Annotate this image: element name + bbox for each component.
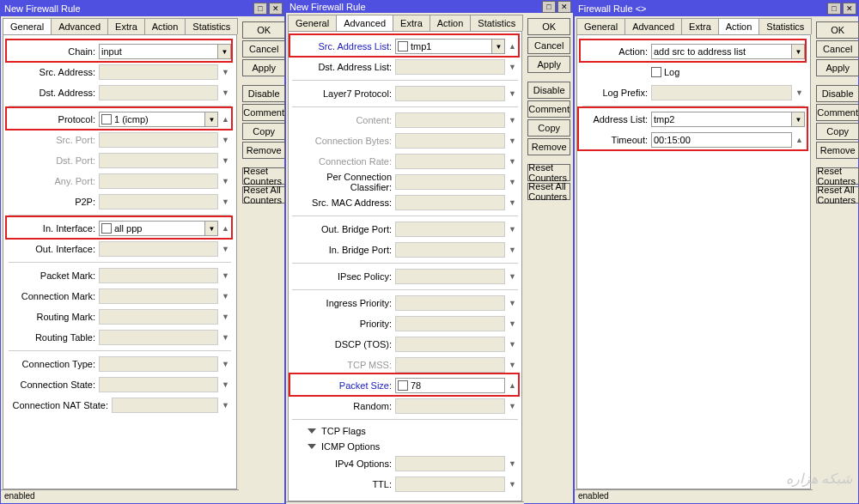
p2p-field[interactable] [99,194,218,209]
comment-button[interactable]: Comment [242,104,285,121]
reset-all-counters-button[interactable]: Reset All Counters [242,186,285,203]
expand-icon[interactable]: ▼ [219,173,231,189]
conn-rate-field[interactable] [395,154,505,169]
connection-state-field[interactable] [99,377,218,392]
collapse-icon[interactable]: ▲ [506,378,518,393]
copy-button[interactable]: Copy [527,119,570,137]
content-field[interactable] [395,112,505,128]
expand-icon[interactable]: ▼ [219,85,231,100]
conn-bytes-field[interactable] [395,133,505,149]
address-list-field[interactable]: tmp2 [651,112,792,127]
tab-statistics[interactable]: Statistics [185,18,238,34]
expand-icon[interactable]: ▼ [506,242,518,258]
icmp-options-expander[interactable]: ICMP Options [292,439,518,454]
ok-button[interactable]: OK [242,21,285,39]
cancel-button[interactable]: Cancel [816,40,859,58]
collapse-icon[interactable]: ▲ [506,39,518,54]
expand-icon[interactable]: ▼ [219,268,231,283]
src-al-invert-checkbox[interactable] [398,41,408,52]
expand-icon[interactable]: ▼ [219,398,231,413]
packet-mark-field[interactable] [99,268,218,283]
protocol-field[interactable]: 1 (icmp) [99,112,205,127]
expand-icon[interactable]: ▼ [506,398,518,414]
expand-icon[interactable]: ▼ [506,477,518,492]
chain-field[interactable]: input [99,44,218,59]
in-bridge-field[interactable] [395,242,505,258]
protocol-dropdown[interactable]: ▼ [204,112,218,127]
apply-button[interactable]: Apply [242,59,285,76]
pcc-field[interactable] [395,174,505,190]
tab-action[interactable]: Action [430,15,472,31]
expand-icon[interactable]: ▼ [219,132,231,148]
log-checkbox[interactable] [651,67,661,77]
tab-general[interactable]: General [3,18,52,34]
expand-icon[interactable]: ▼ [219,356,231,372]
expand-icon[interactable]: ▼ [219,377,231,392]
packet-size-field[interactable]: 78 [395,378,505,393]
expand-icon[interactable]: ▼ [506,357,518,373]
expand-icon[interactable]: ▼ [506,316,518,331]
src-address-field[interactable] [99,64,218,80]
expand-icon[interactable]: ▼ [793,85,805,100]
connection-mark-field[interactable] [99,288,218,304]
routing-table-field[interactable] [99,330,218,345]
reset-counters-button[interactable]: Reset Counters [242,167,285,185]
src-al-dropdown[interactable]: ▼ [491,39,505,54]
expand-icon[interactable]: ▼ [506,59,518,75]
tab-action[interactable]: Action [144,18,186,34]
tab-statistics[interactable]: Statistics [470,15,523,31]
remove-button[interactable]: Remove [816,142,859,159]
disable-button[interactable]: Disable [527,82,570,99]
minimize-button[interactable]: □ [253,3,267,15]
random-field[interactable] [395,398,505,414]
reset-counters-button[interactable]: Reset Counters [527,164,570,181]
minimize-button[interactable]: □ [827,3,841,15]
copy-button[interactable]: Copy [242,123,285,140]
tab-extra[interactable]: Extra [393,15,430,31]
address-list-dropdown[interactable]: ▼ [791,112,805,127]
in-interface-dropdown[interactable]: ▼ [204,221,218,236]
comment-button[interactable]: Comment [527,100,570,118]
in-interface-field[interactable]: all ppp [99,221,205,236]
remove-button[interactable]: Remove [242,142,285,159]
expand-icon[interactable]: ▼ [219,288,231,304]
collapse-icon[interactable]: ▲ [793,132,805,148]
chain-dropdown[interactable]: ▼ [217,44,231,59]
close-button[interactable]: ✕ [269,3,283,15]
expand-icon[interactable]: ▼ [219,330,231,345]
ttl-field[interactable] [395,477,505,492]
expand-icon[interactable]: ▼ [506,222,518,237]
collapse-icon[interactable]: ▲ [219,112,231,127]
close-button[interactable]: ✕ [843,3,856,15]
apply-button[interactable]: Apply [527,56,570,73]
tab-general[interactable]: General [288,15,337,31]
tab-extra[interactable]: Extra [681,18,719,34]
comment-button[interactable]: Comment [816,104,859,121]
reset-all-counters-button[interactable]: Reset All Counters [816,186,859,203]
copy-button[interactable]: Copy [816,123,859,140]
ok-button[interactable]: OK [816,21,859,39]
tab-general[interactable]: General [576,18,625,34]
ok-button[interactable]: OK [527,18,570,35]
action-field[interactable]: add src to address list [651,44,792,59]
out-bridge-field[interactable] [395,222,505,237]
expand-icon[interactable]: ▼ [506,133,518,149]
dst-address-list-field[interactable] [395,59,505,75]
expand-icon[interactable]: ▼ [219,64,231,80]
dscp-field[interactable] [395,337,505,352]
log-prefix-field[interactable] [651,85,792,100]
tab-advanced[interactable]: Advanced [624,18,682,34]
expand-icon[interactable]: ▼ [506,174,518,190]
src-address-list-field[interactable]: tmp1 [395,39,492,54]
expand-icon[interactable]: ▼ [506,86,518,101]
collapse-icon[interactable]: ▲ [219,221,231,236]
ipv4-options-field[interactable] [395,456,505,471]
close-button[interactable]: ✕ [557,1,571,13]
routing-mark-field[interactable] [99,309,218,325]
expand-icon[interactable]: ▼ [506,269,518,284]
tab-advanced[interactable]: Advanced [336,15,393,31]
disable-button[interactable]: Disable [242,85,285,102]
expand-icon[interactable]: ▼ [219,153,231,168]
expand-icon[interactable]: ▼ [506,154,518,169]
layer7-field[interactable] [395,86,505,101]
